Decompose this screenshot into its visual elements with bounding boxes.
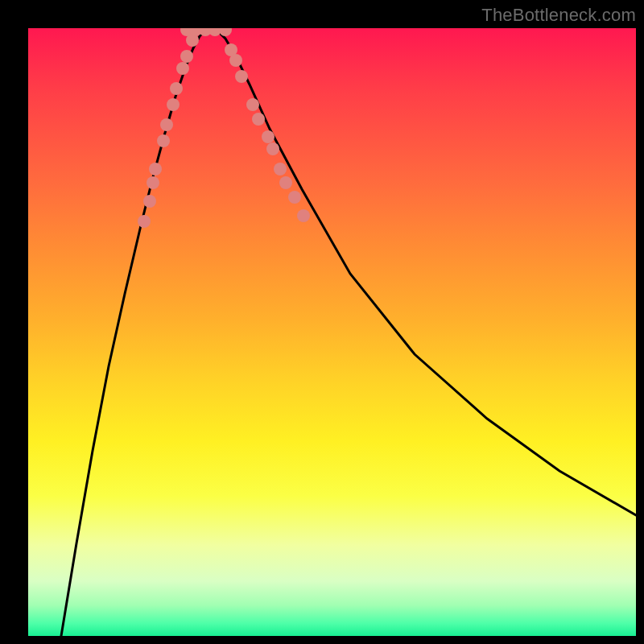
series-right-branch <box>217 31 636 515</box>
data-marker <box>252 113 265 126</box>
data-marker <box>149 163 162 175</box>
data-marker <box>138 215 151 228</box>
data-marker <box>157 134 170 147</box>
marker-layer <box>138 28 310 228</box>
chart-svg <box>28 28 636 636</box>
watermark-text: TheBottleneck.com <box>481 5 636 26</box>
plot-area <box>28 28 636 636</box>
data-marker <box>274 163 287 175</box>
data-marker <box>229 54 242 67</box>
data-marker <box>160 118 173 131</box>
data-marker <box>147 176 159 189</box>
data-marker <box>180 50 193 63</box>
data-marker <box>246 98 259 111</box>
data-marker <box>288 191 301 204</box>
data-marker <box>167 98 180 111</box>
data-marker <box>279 176 292 189</box>
chart-frame: TheBottleneck.com <box>0 0 644 644</box>
data-marker <box>170 82 183 95</box>
data-marker <box>176 62 189 75</box>
data-marker <box>143 195 156 208</box>
data-marker <box>266 142 279 155</box>
series-left-branch <box>61 31 205 636</box>
curve-layer <box>61 30 636 636</box>
data-marker <box>262 130 275 143</box>
data-marker <box>235 70 248 83</box>
data-marker <box>297 209 310 222</box>
